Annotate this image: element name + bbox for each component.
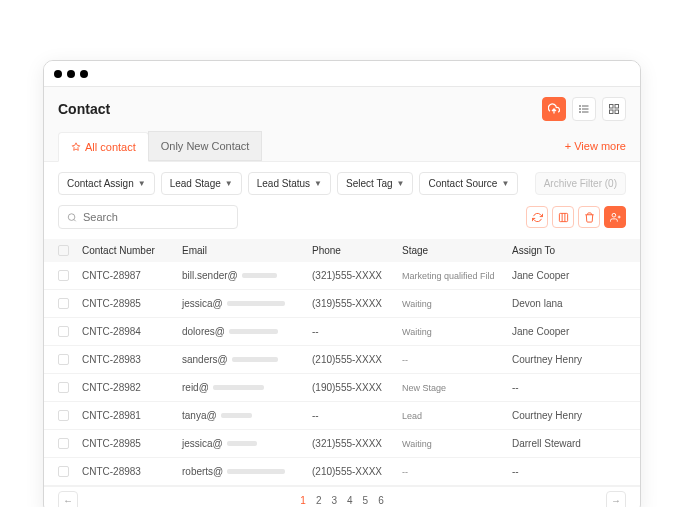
cell-assign: -- — [512, 466, 622, 477]
search-icon — [67, 212, 77, 223]
columns-icon — [558, 212, 569, 223]
next-page-button[interactable]: → — [606, 491, 626, 508]
cell-contact-number: CNTC-28985 — [82, 438, 182, 449]
chevron-down-icon: ▼ — [501, 179, 509, 188]
filter-lead-stage[interactable]: Lead Stage▼ — [161, 172, 242, 195]
toolbar-actions — [526, 206, 626, 228]
cell-contact-number: CNTC-28982 — [82, 382, 182, 393]
col-assign[interactable]: Assign To — [512, 245, 622, 256]
cell-email: reid@ — [182, 382, 312, 393]
row-checkbox[interactable] — [58, 438, 69, 449]
tab-new-contact[interactable]: Only New Contact — [148, 131, 263, 161]
page-3[interactable]: 3 — [331, 495, 337, 506]
cell-email: roberts@ — [182, 466, 312, 477]
upload-button[interactable] — [542, 97, 566, 121]
row-checkbox[interactable] — [58, 298, 69, 309]
svg-rect-8 — [610, 110, 614, 114]
filter-select-tag[interactable]: Select Tag▼ — [337, 172, 413, 195]
tabs: All contact Only New Contact + View more — [44, 131, 640, 162]
cell-email: tanya@ — [182, 410, 312, 421]
cell-assign: Courtney Henry — [512, 354, 622, 365]
grid-icon — [608, 103, 620, 115]
svg-rect-12 — [559, 213, 567, 221]
table-row[interactable]: CNTC-28983 roberts@ (210)555-XXXX -- -- — [44, 458, 640, 486]
cell-contact-number: CNTC-28981 — [82, 410, 182, 421]
cell-stage: Marketing qualified Fild — [402, 271, 512, 281]
list-view-button[interactable] — [572, 97, 596, 121]
search-input[interactable] — [58, 205, 238, 229]
svg-point-4 — [580, 109, 581, 110]
col-stage[interactable]: Stage — [402, 245, 512, 256]
row-checkbox[interactable] — [58, 410, 69, 421]
table-row[interactable]: CNTC-28987 bill.sender@ (321)555-XXXX Ma… — [44, 262, 640, 290]
row-checkbox[interactable] — [58, 270, 69, 281]
col-contact-number[interactable]: Contact Number — [82, 245, 182, 256]
col-email[interactable]: Email — [182, 245, 312, 256]
page-5[interactable]: 5 — [363, 495, 369, 506]
col-phone[interactable]: Phone — [312, 245, 402, 256]
cell-stage: -- — [402, 467, 512, 477]
row-checkbox[interactable] — [58, 326, 69, 337]
header: Contact — [44, 87, 640, 131]
tab-all-contact[interactable]: All contact — [58, 132, 149, 162]
svg-rect-9 — [615, 110, 619, 114]
window-dot[interactable] — [54, 70, 62, 78]
filter-contact-assign[interactable]: Contact Assign▼ — [58, 172, 155, 195]
header-actions — [542, 97, 626, 121]
filter-lead-status[interactable]: Lead Status▼ — [248, 172, 331, 195]
delete-button[interactable] — [578, 206, 600, 228]
pin-icon — [71, 142, 81, 152]
table-header: Contact Number Email Phone Stage Assign … — [44, 239, 640, 262]
cell-contact-number: CNTC-28984 — [82, 326, 182, 337]
user-plus-icon — [610, 212, 621, 223]
row-checkbox[interactable] — [58, 466, 69, 477]
chevron-down-icon: ▼ — [314, 179, 322, 188]
table-row[interactable]: CNTC-28981 tanya@ -- Lead Courtney Henry — [44, 402, 640, 430]
cell-email: jessica@ — [182, 298, 312, 309]
cell-phone: -- — [312, 410, 402, 421]
cell-assign: Courtney Henry — [512, 410, 622, 421]
page-2[interactable]: 2 — [316, 495, 322, 506]
toolbar — [44, 205, 640, 239]
cell-phone: (210)555-XXXX — [312, 466, 402, 477]
cell-phone: (210)555-XXXX — [312, 354, 402, 365]
window-dot[interactable] — [80, 70, 88, 78]
table-row[interactable]: CNTC-28985 jessica@ (319)555-XXXX Waitin… — [44, 290, 640, 318]
tab-label: All contact — [85, 141, 136, 153]
cell-phone: (190)555-XXXX — [312, 382, 402, 393]
cell-contact-number: CNTC-28983 — [82, 466, 182, 477]
prev-page-button[interactable]: ← — [58, 491, 78, 508]
cell-contact-number: CNTC-28987 — [82, 270, 182, 281]
archive-filter[interactable]: Archive Filter (0) — [535, 172, 626, 195]
chevron-down-icon: ▼ — [397, 179, 405, 188]
pagination: ← 123456 → — [44, 486, 640, 507]
cell-stage: Waiting — [402, 299, 512, 309]
view-more-link[interactable]: + View more — [565, 140, 626, 152]
row-checkbox[interactable] — [58, 382, 69, 393]
table-row[interactable]: CNTC-28984 dolores@ -- Waiting Jane Coop… — [44, 318, 640, 346]
select-all-checkbox[interactable] — [58, 245, 69, 256]
cell-contact-number: CNTC-28985 — [82, 298, 182, 309]
refresh-button[interactable] — [526, 206, 548, 228]
grid-view-button[interactable] — [602, 97, 626, 121]
search-field[interactable] — [83, 211, 229, 223]
table-row[interactable]: CNTC-28982 reid@ (190)555-XXXX New Stage… — [44, 374, 640, 402]
upload-cloud-icon — [548, 103, 560, 115]
table-row[interactable]: CNTC-28983 sanders@ (210)555-XXXX -- Cou… — [44, 346, 640, 374]
window-dot[interactable] — [67, 70, 75, 78]
columns-button[interactable] — [552, 206, 574, 228]
page-1[interactable]: 1 — [300, 495, 306, 506]
filter-contact-source[interactable]: Contact Source▼ — [419, 172, 518, 195]
table-row[interactable]: CNTC-28985 jessica@ (321)555-XXXX Waitin… — [44, 430, 640, 458]
svg-point-15 — [612, 213, 616, 217]
cell-phone: (321)555-XXXX — [312, 270, 402, 281]
svg-rect-6 — [610, 105, 614, 109]
cell-contact-number: CNTC-28983 — [82, 354, 182, 365]
add-contact-button[interactable] — [604, 206, 626, 228]
page-6[interactable]: 6 — [378, 495, 384, 506]
row-checkbox[interactable] — [58, 354, 69, 365]
page-4[interactable]: 4 — [347, 495, 353, 506]
titlebar — [44, 61, 640, 87]
cell-assign: -- — [512, 382, 622, 393]
chevron-down-icon: ▼ — [138, 179, 146, 188]
